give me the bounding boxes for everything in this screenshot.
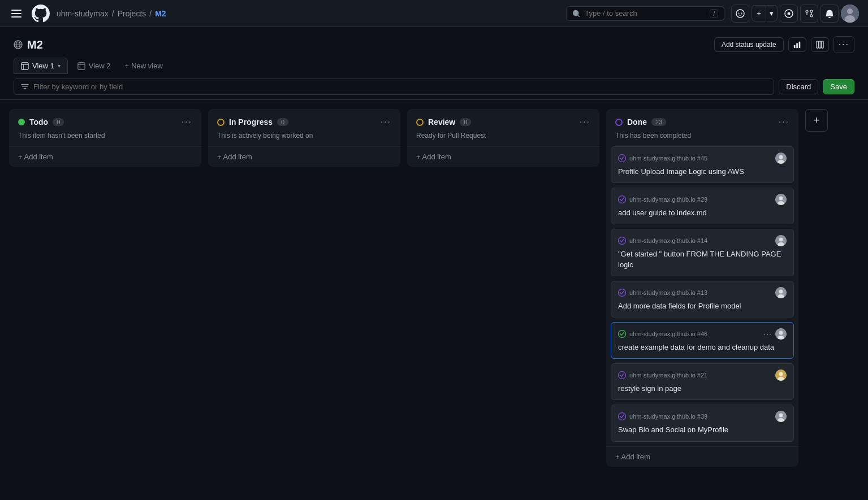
svg-point-38 [619,237,626,245]
card-meta: uhm-studymax.github.io #45 [618,153,787,164]
create-btn[interactable]: + [752,6,766,21]
card-title: Profile Upload Image Logic using AWS [618,167,787,177]
check-circle-icon [618,371,626,379]
card-14[interactable]: uhm-studymax.github.io #14 "Get started … [611,229,794,276]
add-column-btn[interactable]: + [805,109,828,132]
column-todo: Todo 0 ··· This item hasn't been started… [9,109,201,167]
more-options-btn[interactable]: ··· [834,36,854,53]
card-repo: uhm-studymax.github.io #46 [629,331,760,337]
column-done-count: 23 [651,118,666,126]
global-search-bar[interactable]: / [566,6,724,21]
card-repo: uhm-studymax.github.io #14 [629,237,772,244]
svg-rect-19 [796,43,798,48]
tab-view2[interactable]: View 2 [70,58,118,74]
column-review-menu[interactable]: ··· [580,117,590,127]
card-avatar [775,194,787,205]
svg-rect-21 [817,41,819,48]
column-inprogress-subtitle: This is actively being worked on [208,132,400,146]
svg-rect-20 [798,42,800,48]
card-avatar [775,328,787,340]
issues-btn[interactable] [780,5,798,23]
card-29[interactable]: uhm-studymax.github.io #29 add user guid… [611,188,794,224]
breadcrumb-owner[interactable]: uhm-studymax [57,9,109,18]
svg-point-34 [619,196,626,203]
column-done: Done 23 ··· This has been completed uhm-… [606,109,798,467]
board-view-btn[interactable] [811,37,829,52]
column-review-add[interactable]: + Add item [407,146,599,167]
create-dropdown-btn[interactable]: ▾ [766,6,777,21]
column-inprogress-menu[interactable]: ··· [381,117,391,127]
column-todo-title: Todo [29,118,48,127]
column-todo-subtitle: This item hasn't been started [9,132,201,146]
todo-status-dot [18,119,25,125]
user-avatar[interactable] [841,5,859,23]
svg-point-7 [810,10,813,12]
done-status-circle [615,119,623,126]
check-circle-icon [618,154,626,162]
check-circle-icon [618,289,626,297]
save-btn[interactable]: Save [823,79,854,94]
svg-point-50 [619,372,626,379]
globe-icon [14,40,23,49]
column-todo-add[interactable]: + Add item [9,146,201,167]
inprogress-status-circle [217,119,224,126]
column-todo-menu[interactable]: ··· [182,117,192,127]
pullrequest-btn[interactable] [800,5,818,23]
svg-rect-24 [21,62,28,69]
card-avatar [775,411,787,422]
table2-icon [77,62,85,70]
new-view-label: New view [131,62,163,70]
page-title: M2 [14,38,43,51]
card-13[interactable]: uhm-studymax.github.io #13 Add more data… [611,281,794,318]
svg-point-32 [779,155,783,159]
card-45[interactable]: uhm-studymax.github.io #45 Profile Uploa… [611,146,794,183]
tab-view2-label: View 2 [89,62,111,70]
tab-view1-caret[interactable]: ▾ [58,63,61,69]
svg-point-48 [779,331,783,334]
card-39[interactable]: uhm-studymax.github.io #39 Swap Bio and … [611,405,794,441]
card-title: Add more data fields for Profile model [618,301,787,311]
header-actions: Add status update ··· [714,36,854,53]
card-repo: uhm-studymax.github.io #39 [629,413,772,420]
card-21[interactable]: uhm-studymax.github.io #21 restyle sign … [611,363,794,400]
copilot-btn[interactable] [731,5,749,23]
card-46[interactable]: uhm-studymax.github.io #46 ··· create ex… [611,322,794,359]
svg-point-54 [619,413,626,420]
discard-btn[interactable]: Discard [779,79,818,94]
svg-point-6 [810,15,813,17]
card-title: restyle sign in page [618,384,787,394]
card-avatar [775,153,787,164]
column-review-count: 0 [460,118,471,126]
column-done-header: Done 23 ··· [606,109,798,132]
column-inprogress-add[interactable]: + Add item [208,146,400,167]
review-status-circle [416,119,424,126]
column-done-menu[interactable]: ··· [779,117,789,127]
tab-view1-label: View 1 [32,62,54,70]
github-logo[interactable] [32,5,50,23]
column-inprogress-title: In Progress [229,118,273,127]
status-update-btn[interactable]: Add status update [714,37,784,52]
search-icon [572,10,580,18]
breadcrumb-projects[interactable]: Projects [118,9,146,18]
svg-point-11 [847,8,853,14]
svg-point-36 [779,197,783,201]
hamburger-menu[interactable] [9,6,25,21]
search-input[interactable] [585,9,705,18]
filter-input-wrap[interactable] [14,79,774,95]
tab-view1[interactable]: View 1 ▾ [14,58,68,74]
svg-point-1 [739,12,740,14]
column-done-add[interactable]: + Add item [606,446,798,467]
filter-bar: Discard Save [0,74,868,100]
filter-input[interactable] [33,82,767,91]
notifications-btn[interactable] [821,5,839,23]
check-circle-icon [618,330,626,338]
svg-point-44 [779,289,783,293]
chart-view-btn[interactable] [788,37,806,52]
column-review-header: Review 0 ··· [407,109,599,132]
svg-rect-27 [78,62,85,69]
svg-point-56 [779,414,783,418]
card-menu-dots[interactable]: ··· [763,329,772,338]
new-view-btn[interactable]: + New view [120,58,167,73]
column-review-subtitle: Ready for Pull Request [407,132,599,146]
svg-point-2 [741,12,742,14]
